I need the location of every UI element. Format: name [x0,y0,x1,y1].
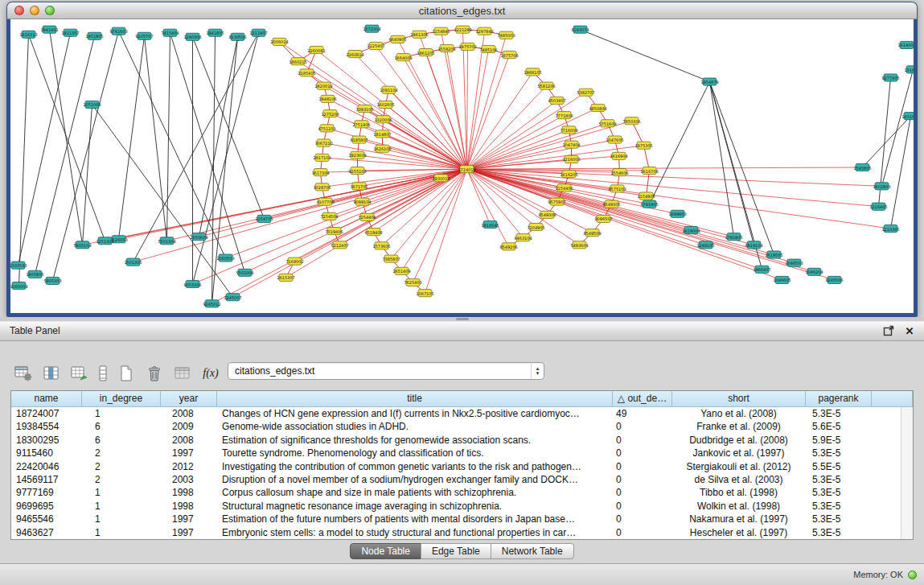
network-node[interactable]: 7415404 [161,29,179,36]
network-node[interactable]: 5501008 [236,269,253,276]
column-header-title[interactable]: title [217,391,613,406]
network-node[interactable]: 1941805 [206,29,224,36]
network-node[interactable]: 5501304 [158,237,175,245]
network-node[interactable]: 8185807 [350,136,368,143]
network-view[interactable]: 1724019200601418602152260081218540524200… [10,19,914,313]
network-node[interactable]: 2260081 [307,46,325,53]
table-row[interactable]: 1830029562008Estimation of significance … [11,434,901,447]
network-node[interactable]: 1699803 [668,210,686,217]
network-node[interactable]: 6791905 [640,200,658,208]
network-node[interactable]: 4850808 [589,104,606,111]
network-node[interactable]: 3067210 [314,139,332,146]
network-node[interactable]: 1154406 [555,184,573,192]
network-node[interactable]: 1067105 [416,290,433,297]
network-node[interactable]: 7254406 [358,213,376,220]
network-node[interactable]: 1297848 [475,27,493,35]
network-node[interactable]: 1046503 [785,259,803,266]
network-node[interactable]: 2751406 [352,121,370,128]
network-node[interactable]: 6463104 [514,234,532,241]
network-node[interactable]: 5493604 [570,241,588,249]
column-header-short[interactable]: short [672,391,806,406]
column-header-in_degree[interactable]: in_degree [82,391,161,406]
network-node[interactable]: 7771808 [555,112,573,119]
column-header-pagerank[interactable]: pagerank [806,391,872,406]
network-node[interactable]: 1948106 [318,95,336,102]
network-node[interactable]: 8549206 [499,243,517,250]
network-node[interactable]: 1616313 [19,31,37,38]
network-node[interactable]: 1860215 [289,58,306,65]
network-node[interactable]: 4503407 [548,97,565,104]
network-node[interactable]: 4751203 [318,125,335,132]
network-node[interactable]: 8096507 [594,215,612,222]
network-node[interactable]: 1046204 [805,268,823,275]
table-row[interactable]: 977716911998Corpus callosum shape and si… [11,486,901,499]
delete-table-icon[interactable] [144,363,165,384]
network-node[interactable]: 9575907 [548,198,565,205]
network-window-titlebar[interactable]: citations_edges.txt [7,2,917,19]
network-node[interactable]: 1316004 [904,66,914,73]
network-node[interactable]: 1000004 [10,282,28,289]
network-node[interactable]: 1664009 [394,54,412,61]
network-node[interactable]: 1046605 [773,276,791,283]
network-node[interactable]: 1961205 [417,49,434,56]
network-node[interactable]: 1614003 [897,41,914,48]
network-node[interactable]: 7019406 [325,228,343,235]
table-settings-icon[interactable] [13,363,34,384]
edit-table-icon[interactable] [69,363,90,384]
network-node[interactable]: 1595805 [853,163,871,171]
network-node[interactable]: 1961306 [410,31,428,38]
network-node[interactable]: 1221299 [454,26,471,33]
network-node[interactable]: 3028706 [313,183,331,191]
network-node[interactable]: 9549305 [602,200,620,208]
network-node[interactable]: 5581206 [537,82,555,89]
network-node[interactable]: 7716009 [560,126,577,134]
network-node[interactable]: 8549509 [583,229,601,237]
table-row[interactable]: 2242004622012Investigating the contribut… [11,460,901,473]
column-header-year[interactable]: year [161,391,217,406]
network-node[interactable]: 6919104 [745,241,762,249]
network-node[interactable]: 9099104 [353,198,371,205]
network-node[interactable]: 1619004 [682,227,700,234]
network-node[interactable]: 2615307 [277,274,294,281]
row-height-icon[interactable] [97,363,109,384]
network-node[interactable]: 7254504 [320,212,338,220]
network-node[interactable]: 3671705 [350,183,368,190]
network-node[interactable]: 3393105 [355,105,373,112]
network-node[interactable]: 1245007 [224,294,241,301]
network-node[interactable]: 1914545 [481,220,499,228]
network-node[interactable]: 1047605 [606,136,623,143]
network-node[interactable]: 7168002 [285,257,303,265]
network-node[interactable]: 1501305 [124,258,142,266]
table-source-dropdown[interactable]: citations_edges.txt ▲▼ [228,362,544,380]
close-window-button[interactable] [14,6,24,15]
network-node[interactable]: 5212407 [331,241,348,249]
tab-network-table[interactable]: Network Table [491,543,574,559]
network-node[interactable]: 1616904 [610,152,627,159]
network-node[interactable]: 9053306 [183,280,201,287]
network-node[interactable]: 9245506 [825,276,843,283]
table-row[interactable]: 969969511998Structural magnetic resonanc… [11,500,901,513]
network-node[interactable]: 1251303 [96,237,113,245]
network-node[interactable]: 2650609 [190,233,207,241]
table-row[interactable]: 946554611997Estimation of the future num… [11,513,901,525]
network-node[interactable]: 7850306 [622,117,640,125]
zoom-window-button[interactable] [45,6,55,15]
network-node[interactable]: 6519408 [364,229,382,236]
network-node[interactable]: 1602605 [376,101,394,108]
network-node[interactable]: 1210365 [881,225,899,233]
network-node[interactable]: 1290308 [183,33,201,40]
network-node[interactable]: 2185405 [298,69,315,76]
network-node[interactable]: 1814807 [373,130,391,138]
network-node[interactable]: 5905303 [43,277,61,284]
network-node[interactable]: 1554606 [610,169,628,176]
table-row[interactable]: 1456911722003Disruption of a novel membe… [11,473,901,486]
column-header-name[interactable]: name [11,391,82,406]
network-node[interactable]: 1047404 [562,141,580,148]
network-node[interactable]: 1626108 [373,145,391,152]
network-node[interactable]: 1320006 [374,116,392,123]
network-node[interactable]: 1275208 [321,110,339,117]
network-node[interactable]: 1248105 [696,241,714,249]
network-node[interactable]: 1602903 [873,183,890,190]
network-node[interactable]: 1975703 [458,43,476,50]
network-node[interactable]: 4107708 [316,198,334,205]
